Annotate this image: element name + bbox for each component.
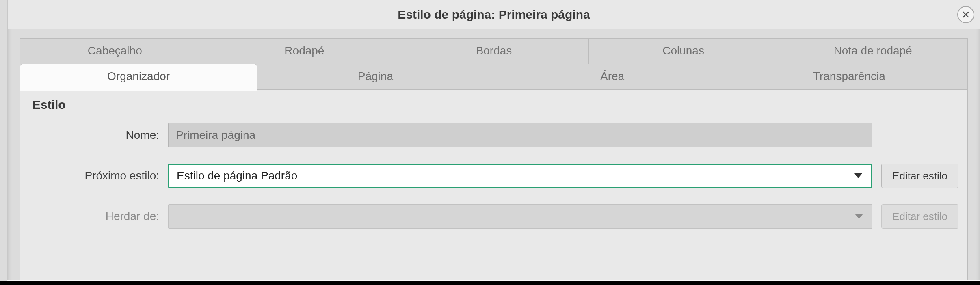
section-title-style: Estilo	[32, 98, 958, 112]
tab-page[interactable]: Página	[257, 64, 494, 90]
input-name[interactable]: Primeira página	[168, 123, 872, 147]
tab-footnote[interactable]: Nota de rodapé	[778, 38, 968, 64]
tab-footer[interactable]: Rodapé	[210, 38, 400, 64]
row-name: Nome: Primeira página	[29, 123, 958, 147]
combo-inherit	[168, 204, 872, 229]
label-name: Nome:	[54, 129, 159, 142]
tab-header[interactable]: Cabeçalho	[20, 38, 210, 64]
tab-organizer[interactable]: Organizador	[20, 64, 257, 90]
edit-style-button-inherit: Editar estilo	[881, 204, 958, 229]
tab-row-bottom: Organizador Página Área Transparência	[20, 64, 968, 90]
titlebar: Estilo de página: Primeira página	[8, 0, 980, 29]
chevron-down-icon	[855, 214, 863, 219]
close-icon	[962, 11, 970, 19]
tab-borders[interactable]: Bordas	[399, 38, 589, 64]
combo-next-style-value: Estilo de página Padrão	[177, 169, 297, 182]
combo-next-style[interactable]: Estilo de página Padrão	[168, 164, 872, 188]
tab-area[interactable]: Área	[494, 64, 731, 90]
row-next-style: Próximo estilo: Estilo de página Padrão …	[29, 164, 958, 188]
tab-columns[interactable]: Colunas	[589, 38, 779, 64]
bottom-edge	[0, 281, 980, 285]
edit-style-button-next[interactable]: Editar estilo	[881, 164, 958, 188]
tab-content-organizer: Estilo Nome: Primeira página Próximo est…	[20, 90, 968, 285]
tab-transparency[interactable]: Transparência	[731, 64, 968, 90]
row-inherit: Herdar de: Editar estilo	[29, 204, 958, 229]
dialog-title: Estilo de página: Primeira página	[398, 8, 590, 22]
chevron-down-icon	[854, 173, 862, 178]
tab-row-top: Cabeçalho Rodapé Bordas Colunas Nota de …	[20, 38, 968, 64]
label-inherit: Herdar de:	[54, 210, 159, 223]
input-name-value: Primeira página	[176, 129, 255, 142]
close-button[interactable]	[957, 6, 974, 23]
label-next-style: Próximo estilo:	[54, 169, 159, 182]
tab-area: Cabeçalho Rodapé Bordas Colunas Nota de …	[8, 29, 980, 285]
page-style-dialog: Estilo de página: Primeira página Cabeça…	[7, 0, 980, 285]
